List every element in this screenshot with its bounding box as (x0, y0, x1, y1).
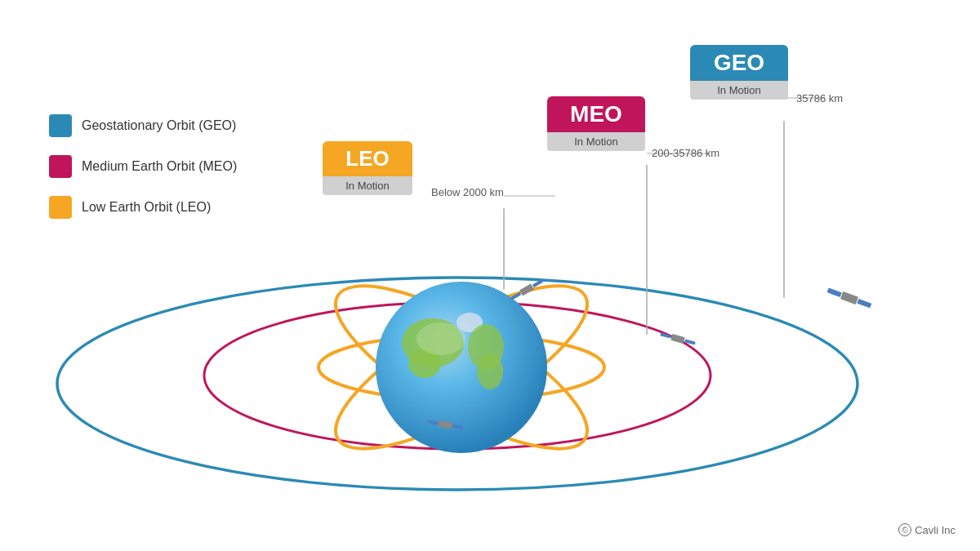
geo-subtitle: In Motion (690, 81, 788, 100)
svg-rect-16 (670, 334, 685, 344)
svg-point-12 (416, 322, 466, 355)
svg-point-11 (477, 353, 503, 389)
copyright-text: Cavli Inc (915, 524, 956, 536)
leo-distance: Below 2000 km (431, 186, 504, 198)
meo-banner: MEO In Motion (547, 96, 645, 151)
copyright: © Cavli Inc (898, 523, 956, 536)
meo-title: MEO (547, 96, 645, 132)
svg-rect-13 (519, 284, 534, 296)
svg-rect-22 (840, 291, 858, 304)
geo-title: GEO (690, 45, 788, 81)
geo-distance: 35786 km (796, 92, 843, 104)
leo-title: LEO (323, 141, 412, 176)
geo-banner: GEO In Motion (690, 45, 788, 100)
orbit-diagram (0, 0, 980, 551)
leo-banner: LEO In Motion (323, 141, 412, 195)
svg-rect-24 (857, 299, 871, 308)
meo-subtitle: In Motion (547, 132, 645, 151)
leo-subtitle: In Motion (323, 176, 412, 195)
svg-rect-23 (827, 288, 842, 297)
meo-distance: 200-35786 km (652, 147, 719, 159)
copyright-symbol: © (898, 523, 911, 536)
